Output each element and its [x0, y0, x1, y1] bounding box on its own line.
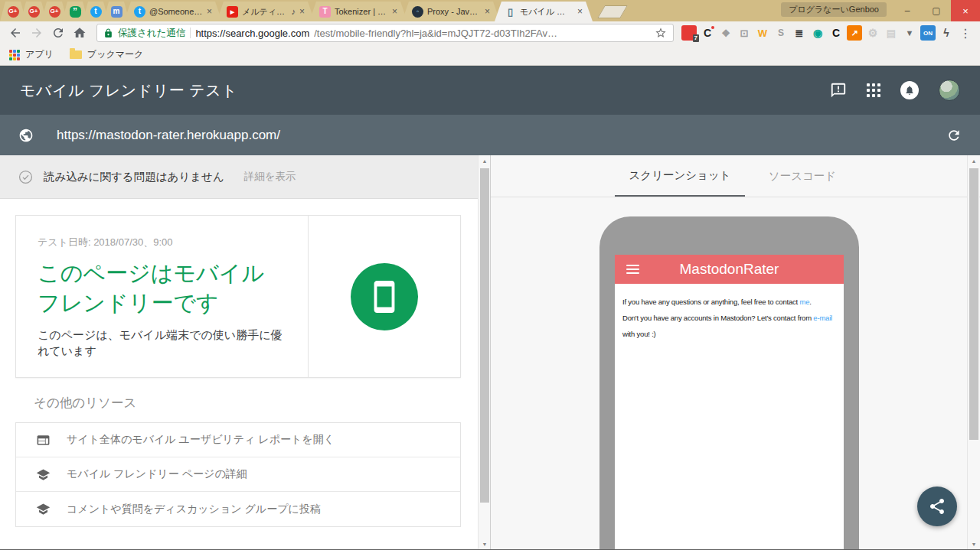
resource-label: モバイル フレンドリー ページの詳細: [67, 467, 247, 481]
window-close-button[interactable]: ×: [951, 0, 980, 21]
phone-mockup: MastodonRater If you have any questions …: [599, 216, 859, 550]
resource-usability-report-link[interactable]: サイト全体のモバイル ユーザビリティ レポートを開く: [16, 423, 460, 457]
scroll-up-arrow[interactable]: ▲: [968, 158, 980, 164]
school-icon: [36, 502, 51, 516]
s-extension-icon[interactable]: S: [773, 25, 789, 41]
verdict-line1: このページはモバイル: [38, 261, 264, 285]
extension-badge: 7: [693, 34, 699, 42]
scrollbar-thumb[interactable]: [480, 168, 489, 503]
contact-me-link: me: [799, 298, 809, 306]
disconnect-extension-icon[interactable]: C: [700, 25, 715, 41]
mobile-friendly-badge: [351, 263, 418, 330]
show-details-link[interactable]: 詳細を表示: [244, 170, 296, 184]
phone-body-text: If you have any questions or anything, f…: [615, 284, 844, 342]
address-bar[interactable]: 保護された通信 https://search.google.com /test/…: [96, 24, 674, 42]
twitter-icon: [134, 6, 145, 18]
gear-extension-icon[interactable]: ⚙: [865, 25, 880, 41]
preview-panel: スクリーンショット ソースコード MastodonRater If you ha…: [491, 155, 980, 550]
share-button[interactable]: [917, 487, 957, 526]
scroll-down-arrow[interactable]: ▼: [479, 542, 491, 547]
bookmark-star-icon[interactable]: [655, 27, 667, 39]
tested-url-bar: https://mastodon-rater.herokuapp.com/: [0, 115, 980, 155]
adblock-extension-icon[interactable]: ■7: [681, 25, 697, 41]
profile-name-badge[interactable]: プログラなーいGenboo: [781, 2, 887, 17]
crescent-extension-icon[interactable]: C: [828, 25, 844, 41]
apps-grid-icon[interactable]: [9, 50, 20, 60]
verdict-heading: このページはモバイル フレンドリーです: [38, 259, 286, 318]
tab-youtube[interactable]: メルティランドナイト ♪ ×: [217, 2, 315, 21]
google-plus-icon: [49, 6, 60, 18]
scrollbar-thumb[interactable]: [969, 168, 978, 440]
image-tool-extension-icon[interactable]: ❖: [718, 25, 733, 41]
w-extension-icon[interactable]: W: [755, 25, 770, 41]
globe-icon: [18, 128, 34, 143]
tab-source-code[interactable]: ソースコード: [760, 155, 844, 197]
tab-close-icon[interactable]: ×: [392, 7, 397, 16]
resource-discussion-group-link[interactable]: コメントや質問をディスカッション グループに投稿: [16, 492, 460, 526]
verdict-line2: フレンドリーです: [38, 291, 219, 315]
tab-audio-icon: ♪: [291, 7, 296, 16]
back-arrow-icon: [8, 26, 22, 40]
tab-close-icon[interactable]: ×: [299, 7, 305, 16]
bookmark-folder-label[interactable]: ブックマーク: [87, 48, 143, 61]
tab-twitter-mention[interactable]: @SomeoneMentsu ×: [124, 2, 222, 21]
forward-arrow-icon: [30, 26, 44, 40]
url-path: /test/mobile-friendly?hl=ja&id=mJQJT72-d…: [314, 28, 650, 39]
app-header: モバイル フレンドリー テスト: [0, 66, 980, 115]
mastodon-on-extension-icon[interactable]: ON: [920, 25, 936, 41]
back-button[interactable]: [6, 24, 24, 42]
proxy-icon: [412, 6, 423, 18]
tab-close-icon[interactable]: ×: [577, 7, 583, 16]
notifications-bell-icon[interactable]: [900, 81, 919, 99]
google-apps-grid-icon[interactable]: [867, 83, 880, 97]
phone-text-segment: Don't you have any accounts in Mastodon?…: [622, 314, 813, 322]
resource-label: コメントや質問をディスカッション グループに投稿: [67, 503, 321, 516]
google-plus-icon: [8, 6, 19, 18]
tab-mobile-friendly-test-active[interactable]: モバイル フレンドリー テ ×: [495, 2, 593, 21]
layers-extension-icon[interactable]: ≣: [792, 25, 807, 41]
feedback-icon[interactable]: [830, 82, 847, 99]
result-card-badge: [309, 216, 460, 377]
v-extension-icon[interactable]: ▼: [902, 25, 917, 41]
cast-extension-icon[interactable]: ⊡: [737, 25, 752, 41]
tab-proxy[interactable]: Proxy - JavaScript ×: [402, 2, 500, 21]
reload-button[interactable]: [49, 24, 67, 42]
hamburger-menu-icon: [626, 265, 639, 276]
left-panel-scrollbar[interactable]: ▲ ▼: [478, 155, 490, 550]
tab-screenshot[interactable]: スクリーンショット: [615, 155, 745, 197]
eye-extension-icon[interactable]: ◉: [810, 25, 825, 41]
tested-url-text[interactable]: https://mastodon-rater.herokuapp.com/: [57, 128, 946, 143]
bookmark-folder-icon[interactable]: [70, 50, 82, 59]
window-minimize-button[interactable]: –: [893, 0, 922, 21]
scroll-down-arrow[interactable]: ▼: [968, 542, 980, 547]
home-button[interactable]: [70, 24, 89, 42]
document-extension-icon[interactable]: ▤: [884, 25, 899, 41]
twitter-icon: [90, 6, 102, 18]
tab-close-icon[interactable]: ×: [207, 7, 212, 16]
security-label: 保護された通信: [118, 27, 185, 40]
forward-button[interactable]: [28, 24, 46, 42]
google-plus-icon: [28, 6, 40, 18]
bookmarks-bar: アプリ ブックマーク: [0, 44, 980, 66]
new-tab-button[interactable]: [597, 5, 628, 18]
window-maximize-button[interactable]: ▢: [922, 0, 951, 21]
rerun-test-icon[interactable]: [946, 128, 962, 143]
extension-glyph: ■: [687, 28, 692, 37]
resource-mobile-friendly-docs-link[interactable]: モバイル フレンドリー ページの詳細: [16, 457, 460, 492]
phone-app-bar: MastodonRater: [615, 255, 844, 284]
tab-close-icon[interactable]: ×: [485, 7, 490, 16]
browser-menu-button[interactable]: ⋮: [957, 26, 974, 41]
user-avatar[interactable]: [939, 80, 960, 101]
bookmark-apps-label[interactable]: アプリ: [25, 48, 54, 61]
preview-tab-bar: スクリーンショット ソースコード: [491, 155, 980, 197]
result-card-text: テスト日時: 2018/07/30、9:00 このページはモバイル フレンドリー…: [16, 216, 309, 377]
analytics-extension-icon[interactable]: ↗: [847, 25, 862, 41]
scroll-up-arrow[interactable]: ▲: [479, 158, 491, 164]
share-icon: [928, 497, 946, 516]
result-card: テスト日時: 2018/07/30、9:00 このページはモバイル フレンドリー…: [15, 215, 461, 378]
check-circle-icon: [18, 170, 33, 184]
tab-tokenizer[interactable]: Tokenizer | Shiina ×: [309, 2, 407, 21]
tab-title: Tokenizer | Shiina: [335, 7, 388, 16]
right-panel-scrollbar[interactable]: ▲ ▼: [967, 155, 979, 550]
lightning-extension-icon[interactable]: ϟ: [939, 25, 954, 41]
